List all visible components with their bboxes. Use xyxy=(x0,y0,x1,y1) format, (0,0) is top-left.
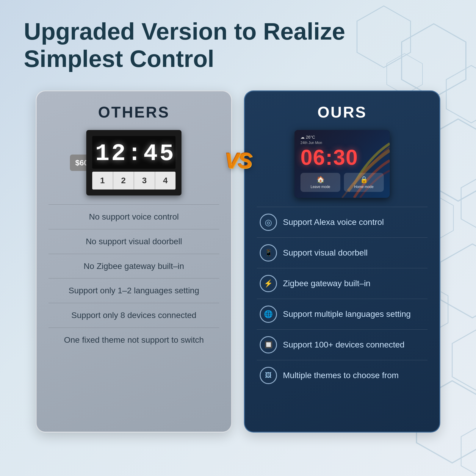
page-title: Upgraded Version to Realize Simplest Con… xyxy=(24,18,351,73)
ours-feature-row-2: ⚡ Zigbee gateway built–in xyxy=(260,268,425,299)
ours-feature-text-3: Support multiple languages setting xyxy=(283,309,425,320)
others-card: OTHERS $60 12:45 1 2 3 4 xyxy=(36,90,232,433)
vs-badge: VS xyxy=(225,150,251,171)
ours-feature-row-1: 📱 Support visual doorbell xyxy=(260,238,425,268)
ours-clock-time: 06:30 xyxy=(300,147,384,168)
ours-feature-row-5: 🖼 Multiple themes to choose from xyxy=(260,360,425,391)
zigbee-icon: ⚡ xyxy=(260,275,277,292)
doorbell-icon: 📱 xyxy=(260,244,277,262)
clock-btn-3[interactable]: 3 xyxy=(134,172,155,190)
ours-feature-text-0: Support Alexa voice control xyxy=(283,217,425,228)
feature-row-3: Support only 1–2 languages setting xyxy=(51,278,216,303)
feature-row-4: Support only 8 devices connected xyxy=(51,303,216,328)
feature-text-5: One fixed theme not support to switch xyxy=(51,334,216,346)
ours-feature-row-3: 🌐 Support multiple languages setting xyxy=(260,299,425,329)
ours-feature-text-4: Support 100+ devices connected xyxy=(283,339,425,350)
feature-row-2: No Zigbee gateway built–in xyxy=(51,254,216,278)
comparison-container: VS OTHERS $60 12:45 1 2 3 4 xyxy=(24,90,452,433)
home-mode-btn[interactable]: 🔒 Home mode xyxy=(344,173,384,192)
ours-features: ◎ Support Alexa voice control 📱 Support … xyxy=(260,207,425,391)
ours-screen: ☁ 26°C 24th Jun Mon 06:30 🏠 Leave mode 🔒 xyxy=(295,130,390,198)
leave-mode-label: Leave mode xyxy=(305,185,336,189)
ours-feature-text-5: Multiple themes to choose from xyxy=(283,370,425,381)
clock-buttons: 1 2 3 4 xyxy=(92,172,176,190)
others-device: 12:45 1 2 3 4 xyxy=(86,130,181,195)
others-header: OTHERS xyxy=(51,103,216,121)
ours-mode-row: 🏠 Leave mode 🔒 Home mode xyxy=(300,173,384,192)
themes-icon: 🖼 xyxy=(260,367,277,384)
feature-row-0: No support voice control xyxy=(51,205,216,229)
ours-feature-text-1: Support visual doorbell xyxy=(283,247,425,259)
ours-date: 24th Jun Mon xyxy=(300,141,384,145)
feature-row-1: No support visual doorbell xyxy=(51,229,216,254)
clock-btn-4[interactable]: 4 xyxy=(155,172,176,190)
home-mode-label: Home mode xyxy=(349,185,379,189)
clock-time: 12:45 xyxy=(95,142,173,166)
ours-card: OURS ☁ 26°C 24t xyxy=(244,90,440,433)
others-features: No support voice control No support visu… xyxy=(51,204,216,352)
clock-btn-1[interactable]: 1 xyxy=(92,172,113,190)
ours-weather-row: ☁ 26°C xyxy=(300,135,384,140)
devices-icon: 🔲 xyxy=(260,336,277,353)
clock-btn-2[interactable]: 2 xyxy=(113,172,134,190)
leave-mode-icon: 🏠 xyxy=(305,176,336,184)
clock-display: 12:45 xyxy=(92,136,176,169)
feature-text-3: Support only 1–2 languages setting xyxy=(51,285,216,296)
ours-feature-row-0: ◎ Support Alexa voice control xyxy=(260,207,425,237)
feature-text-2: No Zigbee gateway built–in xyxy=(51,261,216,272)
feature-row-5: One fixed theme not support to switch xyxy=(51,328,216,352)
ours-weather: ☁ 26°C xyxy=(300,135,315,140)
feature-text-4: Support only 8 devices connected xyxy=(51,310,216,321)
feature-text-1: No support visual doorbell xyxy=(51,236,216,247)
ours-feature-text-2: Zigbee gateway built–in xyxy=(283,278,425,289)
language-icon: 🌐 xyxy=(260,306,277,323)
leave-mode-btn[interactable]: 🏠 Leave mode xyxy=(300,173,340,192)
feature-text-0: No support voice control xyxy=(51,211,216,223)
ours-device: ☁ 26°C 24th Jun Mon 06:30 🏠 Leave mode 🔒 xyxy=(295,130,390,198)
alexa-icon: ◎ xyxy=(260,214,277,231)
ours-feature-row-4: 🔲 Support 100+ devices connected xyxy=(260,330,425,360)
ours-header: OURS xyxy=(260,103,425,121)
home-mode-icon: 🔒 xyxy=(349,176,379,184)
